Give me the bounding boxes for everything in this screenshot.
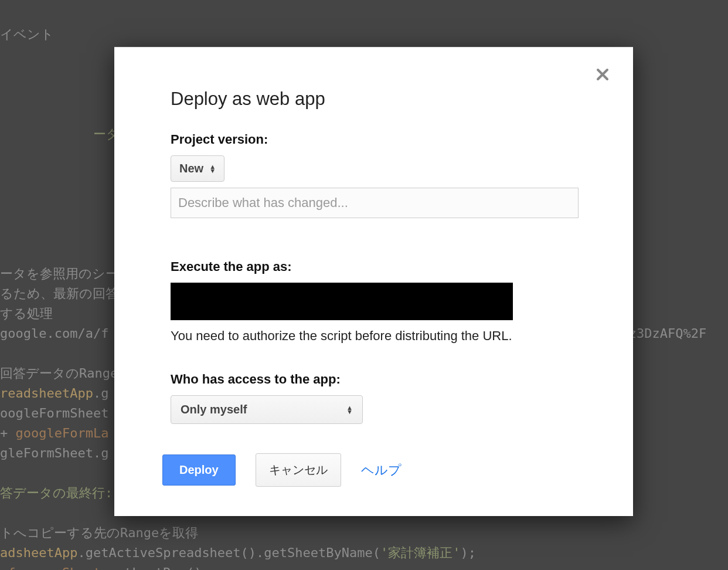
deploy-dialog: Deploy as web app Project version: New ▲… (114, 47, 633, 516)
version-description-input[interactable] (171, 188, 579, 218)
access-label: Who has access to the app: (171, 372, 577, 387)
chevron-updown-icon: ▲▼ (209, 165, 216, 173)
cancel-button[interactable]: キャンセル (256, 453, 341, 487)
chevron-updown-icon: ▲▼ (346, 406, 353, 414)
project-version-select[interactable]: New ▲▼ (171, 155, 224, 182)
project-version-value: New (179, 162, 203, 175)
dialog-title: Deploy as web app (171, 89, 577, 110)
authorize-note: You need to authorize the script before … (171, 328, 577, 344)
access-select[interactable]: Only myself ▲▼ (171, 395, 363, 424)
help-link[interactable]: ヘルプ (361, 462, 402, 479)
execute-as-redacted (171, 283, 513, 320)
execute-as-label: Execute the app as: (171, 259, 577, 274)
close-icon[interactable] (592, 64, 613, 85)
dialog-button-row: Deploy キャンセル ヘルプ (162, 453, 402, 487)
deploy-button[interactable]: Deploy (162, 454, 236, 486)
project-version-label: Project version: (171, 132, 577, 147)
access-value: Only myself (181, 403, 247, 416)
